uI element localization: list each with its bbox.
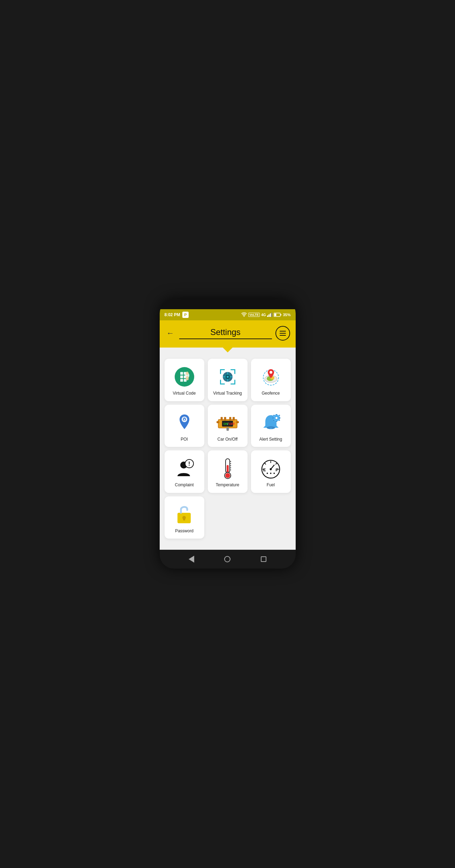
car-on-off-icon: ON / OFF xyxy=(217,414,239,432)
svg-rect-47 xyxy=(236,421,239,423)
geofence-label: Geofence xyxy=(261,391,280,396)
fuel-icon-area: E F xyxy=(260,457,282,480)
phone-frame: 8:02 PM P VoLTE 4G xyxy=(160,299,296,569)
svg-rect-74 xyxy=(227,465,229,473)
complaint-icon-area: ! xyxy=(173,457,196,480)
svg-point-26 xyxy=(227,376,229,378)
svg-rect-45 xyxy=(233,417,235,420)
home-circle-icon xyxy=(224,556,230,562)
password-icon-area xyxy=(173,503,196,526)
complaint-label: Complaint xyxy=(175,482,194,488)
geofence-icon-area xyxy=(260,366,282,388)
password-item[interactable]: Password xyxy=(165,496,204,539)
car-on-off-label: Car On/Off xyxy=(218,437,238,442)
menu-line-3 xyxy=(280,335,286,336)
svg-rect-57 xyxy=(276,414,277,415)
virtual-tracking-label: Virtual Tracking xyxy=(213,391,242,396)
poi-label: POI xyxy=(181,437,188,442)
virtual-tracking-icon-area xyxy=(217,366,239,388)
phone-nav-bar xyxy=(160,550,296,569)
poi-item[interactable]: POI xyxy=(165,405,204,447)
alert-setting-item[interactable]: Alert Setting xyxy=(251,405,291,447)
svg-rect-43 xyxy=(224,417,226,420)
complaint-item[interactable]: ! Complaint xyxy=(165,450,204,493)
alert-setting-label: Alert Setting xyxy=(259,437,282,442)
fuel-icon: E F xyxy=(260,458,282,479)
page-title: Settings xyxy=(179,327,272,339)
menu-button[interactable] xyxy=(275,326,290,341)
svg-rect-44 xyxy=(229,417,231,420)
svg-rect-3 xyxy=(274,314,276,316)
temperature-item[interactable]: Temperature xyxy=(208,450,248,493)
svg-text:F: F xyxy=(275,467,278,472)
temperature-label: Temperature xyxy=(216,482,239,488)
temperature-icon xyxy=(221,457,235,480)
time-display: 8:02 PM xyxy=(165,312,180,317)
phone-top-bar xyxy=(160,299,296,309)
menu-line-1 xyxy=(280,331,286,332)
svg-rect-10 xyxy=(180,379,183,382)
poi-icon-area xyxy=(173,412,196,434)
status-right: VoLTE 4G 35% xyxy=(241,312,291,317)
svg-rect-5 xyxy=(180,372,183,375)
nav-back-button[interactable] xyxy=(189,556,194,563)
svg-point-36 xyxy=(270,371,272,374)
car-on-off-icon-area: ON / OFF xyxy=(217,412,239,434)
virtual-code-icon xyxy=(174,366,195,387)
svg-rect-42 xyxy=(220,417,222,420)
settings-content: Virtual Code xyxy=(160,348,296,550)
alert-setting-icon xyxy=(260,412,281,433)
svg-text:OFF: OFF xyxy=(229,422,235,426)
svg-point-76 xyxy=(225,473,230,478)
svg-text:!: ! xyxy=(188,461,190,467)
svg-rect-16 xyxy=(220,369,221,374)
geofence-icon xyxy=(260,366,281,387)
svg-point-13 xyxy=(186,372,189,375)
fuel-item[interactable]: E F xyxy=(251,450,291,493)
svg-rect-52 xyxy=(226,427,229,431)
status-left: 8:02 PM P xyxy=(165,312,189,318)
network-label: 4G xyxy=(261,313,266,317)
svg-rect-60 xyxy=(279,417,280,419)
svg-rect-46 xyxy=(217,421,219,423)
poi-icon xyxy=(174,412,195,433)
virtual-code-item[interactable]: Virtual Code xyxy=(165,359,204,401)
nav-recents-button[interactable] xyxy=(261,556,266,562)
battery-icon xyxy=(274,313,281,317)
nav-home-button[interactable] xyxy=(224,556,230,562)
recents-square-icon xyxy=(261,556,266,562)
svg-rect-58 xyxy=(276,421,277,422)
complaint-icon: ! xyxy=(174,458,195,479)
svg-point-89 xyxy=(270,468,272,470)
svg-point-87 xyxy=(273,473,275,474)
password-label: Password xyxy=(175,528,194,534)
battery-percent: 35% xyxy=(283,313,290,317)
virtual-tracking-item[interactable]: Virtual Tracking xyxy=(208,359,248,401)
back-triangle-icon xyxy=(189,556,194,563)
signal-icon xyxy=(267,313,272,317)
svg-point-0 xyxy=(243,316,244,317)
temperature-icon-area xyxy=(217,457,239,480)
alert-setting-icon-area xyxy=(260,412,282,434)
svg-rect-14 xyxy=(186,376,189,380)
virtual-code-icon-area xyxy=(173,366,196,388)
back-button[interactable]: ← xyxy=(165,327,176,339)
svg-rect-2 xyxy=(281,314,281,315)
svg-rect-8 xyxy=(180,375,183,378)
menu-line-2 xyxy=(280,333,286,334)
volte-label: VoLTE xyxy=(248,313,260,317)
svg-rect-59 xyxy=(273,417,274,419)
svg-point-56 xyxy=(275,417,278,419)
virtual-code-label: Virtual Code xyxy=(173,391,196,396)
car-on-off-item[interactable]: ON / OFF Car On/Off xyxy=(208,405,248,447)
geofence-item[interactable]: Geofence xyxy=(251,359,291,401)
fuel-label: Fuel xyxy=(267,482,275,488)
svg-point-39 xyxy=(184,419,185,420)
status-bar: 8:02 PM P VoLTE 4G xyxy=(160,309,296,320)
svg-rect-20 xyxy=(220,380,221,384)
svg-marker-40 xyxy=(183,418,185,418)
svg-text:E: E xyxy=(263,467,266,472)
password-icon xyxy=(175,503,194,526)
svg-point-85 xyxy=(266,473,268,474)
parking-icon: P xyxy=(182,312,189,318)
